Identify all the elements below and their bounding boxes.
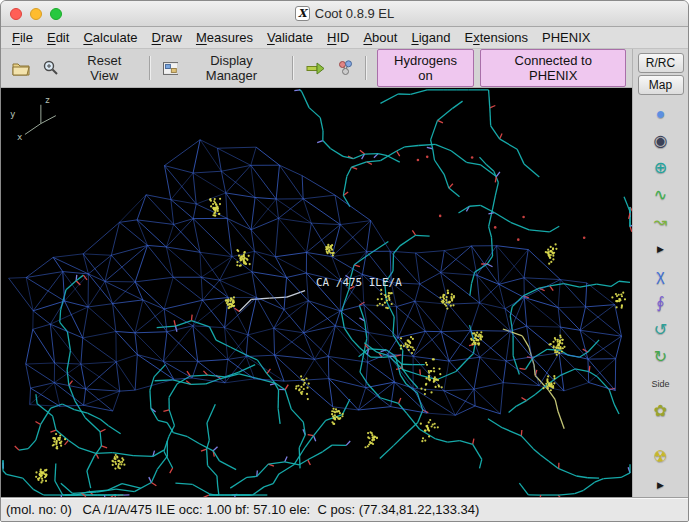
- reset-view-button[interactable]: Reset View: [67, 50, 142, 86]
- menu-phenix[interactable]: PHENIX: [535, 28, 597, 47]
- hydrogens-toggle-button[interactable]: Hydrogens on: [377, 49, 475, 87]
- regularize-icon[interactable]: ◉: [647, 129, 675, 153]
- window-title: Coot 0.8.9 EL: [315, 6, 395, 21]
- axis-x-label: x: [17, 132, 23, 142]
- status-bar: (mol. no: 0) CA /1/A/475 ILE occ: 1.00 b…: [1, 497, 688, 521]
- menu-ligand[interactable]: Ligand: [404, 28, 457, 47]
- title-bar: X Coot 0.8.9 EL: [1, 1, 688, 27]
- display-manager-label: Display Manager: [183, 53, 279, 83]
- rrc-button[interactable]: R/RC: [638, 53, 684, 73]
- flip-peptide-icon[interactable]: ↺: [647, 318, 675, 342]
- window-controls: [10, 8, 62, 20]
- toolbar-separator: [149, 56, 151, 80]
- main-column: Reset View Display Manager: [1, 49, 632, 497]
- menu-file[interactable]: File: [5, 28, 40, 47]
- rotate-translate-icon[interactable]: ∿: [647, 183, 675, 207]
- x11-icon: X: [295, 6, 310, 21]
- menu-edit[interactable]: Edit: [40, 28, 76, 47]
- tool-strip: ●◉⊕∿↝▶χ∮↺↻Side✿☢▶: [633, 96, 688, 497]
- menu-about[interactable]: About: [356, 28, 404, 47]
- map-button[interactable]: Map: [638, 75, 684, 95]
- zoom-button[interactable]: [38, 57, 64, 79]
- residue-label: CA /475 ILE/A: [316, 276, 402, 289]
- magnifier-icon: [43, 60, 59, 76]
- axis-z-label: z: [45, 95, 50, 105]
- gl-canvas[interactable]: x y z CA /475 ILE/A: [1, 88, 632, 497]
- menu-draw[interactable]: Draw: [145, 28, 189, 47]
- menu-calculate[interactable]: Calculate: [76, 28, 144, 47]
- toolbar-separator: [292, 56, 294, 80]
- main-toolbar: Reset View Display Manager: [1, 49, 632, 88]
- axes-gizmo: x y z: [10, 95, 56, 142]
- title-area: X Coot 0.8.9 EL: [1, 6, 688, 21]
- menu-extensions[interactable]: Extensions: [457, 28, 535, 47]
- display-manager-button[interactable]: Display Manager: [158, 50, 285, 86]
- axis-y-label: y: [10, 109, 16, 119]
- close-button[interactable]: [10, 8, 22, 20]
- go-to-atom-arrow-icon: [306, 62, 325, 75]
- phenix-connection-button[interactable]: Connected to PHENIX: [480, 49, 626, 87]
- jed-flip-icon[interactable]: ✿: [647, 399, 675, 423]
- molecular-scene: x y z CA /475 ILE/A: [1, 88, 632, 497]
- right-panel: R/RC Map ●◉⊕∿↝▶χ∮↺↻Side✿☢▶: [632, 49, 688, 497]
- reset-view-label: Reset View: [72, 53, 137, 83]
- side-chain-180-icon[interactable]: ↻: [647, 345, 675, 369]
- real-space-refine-icon[interactable]: ●: [647, 102, 675, 126]
- rotamers-icon[interactable]: ▶: [647, 237, 675, 261]
- go-to-atom-button[interactable]: [301, 59, 330, 78]
- coot-window: X Coot 0.8.9 EL FileEditCalculateDrawMea…: [0, 0, 689, 522]
- menu-measures[interactable]: Measures: [189, 28, 260, 47]
- folder-open-icon: [12, 61, 30, 76]
- go-to-ligand-button[interactable]: [333, 57, 358, 79]
- menu-hid[interactable]: HID: [320, 28, 356, 47]
- display-manager-icon: [163, 62, 179, 75]
- rigid-body-fit-icon[interactable]: ⊕: [647, 156, 675, 180]
- mutate-autofit-icon[interactable]: ☢: [647, 445, 675, 469]
- menu-bar: FileEditCalculateDrawMeasuresValidateHID…: [1, 27, 688, 49]
- zoom-window-button[interactable]: [50, 8, 62, 20]
- edit-chi-angles-icon[interactable]: χ: [647, 264, 675, 288]
- open-coordinates-button[interactable]: [7, 58, 35, 79]
- status-text: (mol. no: 0) CA /1/A/475 ILE occ: 1.00 b…: [6, 502, 479, 517]
- torsion-general-icon[interactable]: ∮: [647, 291, 675, 315]
- menu-validate[interactable]: Validate: [260, 28, 320, 47]
- side-chain-label-icon[interactable]: Side: [647, 372, 675, 396]
- ligand-icon: [338, 60, 353, 76]
- content-row: Reset View Display Manager: [1, 49, 688, 497]
- minimize-button[interactable]: [30, 8, 42, 20]
- scene-geometry: [3, 90, 632, 497]
- auto-fit-rotamer-icon[interactable]: ↝: [647, 210, 675, 234]
- more-tools-icon[interactable]: ▶: [647, 473, 675, 497]
- toolbar-separator: [365, 56, 367, 80]
